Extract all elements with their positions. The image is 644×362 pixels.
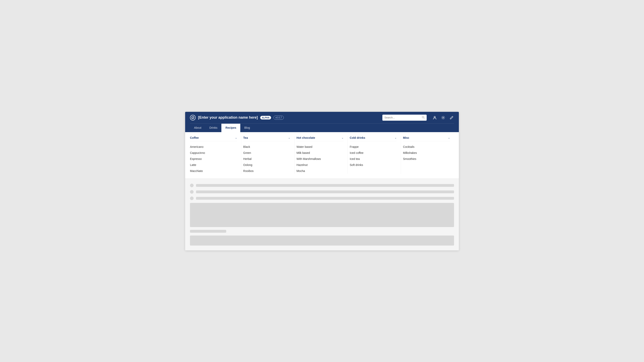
app-header: [Enter your application name here] ALPHA… [185, 112, 459, 132]
app-title: [Enter your application name here] [198, 115, 258, 120]
col-coffee-items: Americano Cappucinno Espresso Latte Macc… [190, 144, 237, 174]
col-cold-drinks-header[interactable]: Cold drinks [350, 136, 365, 139]
skeleton-circle-1 [190, 184, 194, 187]
col-hot-chocolate-items: Water based Milk based With Marshmallows… [296, 144, 344, 174]
skeleton-circle-3 [190, 196, 194, 200]
edit-icon-button[interactable] [449, 115, 454, 120]
dropdown-menu: Coffee ⌄ Americano Cappucinno Espresso L… [185, 132, 459, 179]
col-misc: Misc ⌄ Cocktails Milkshakes Smoothies [401, 136, 454, 174]
header-icons [432, 115, 454, 120]
nav-about[interactable]: About [190, 124, 206, 132]
nav-recipes[interactable]: Recipes [222, 124, 240, 132]
item-green[interactable]: Green [243, 150, 290, 156]
col-tea-chevron[interactable]: ⌄ [288, 136, 290, 139]
skeleton-circle-2 [190, 190, 194, 194]
col-hot-chocolate-header[interactable]: Hot chocolate [296, 136, 315, 139]
col-cold-drinks: Cold drinks ⌄ Frappe Iced coffee Iced te… [348, 136, 401, 174]
alpha-badge: ALPHA [260, 116, 271, 119]
item-black[interactable]: Black [243, 144, 290, 150]
user-icon-button[interactable] [432, 115, 437, 120]
skeleton-row-1 [190, 184, 454, 187]
nav-bar: About Drinks Recipes Blog [190, 123, 454, 132]
item-milkshakes[interactable]: Milkshakes [403, 150, 450, 156]
item-hazelnut[interactable]: Hazelnut [296, 162, 344, 168]
col-hot-chocolate-chevron[interactable]: ⌄ [342, 136, 344, 139]
col-misc-items: Cocktails Milkshakes Smoothies [403, 144, 450, 162]
skeleton-line-2 [196, 190, 454, 193]
item-iced-coffee[interactable]: Iced coffee [350, 150, 397, 156]
col-tea-header[interactable]: Tea [243, 136, 248, 139]
item-macchiato[interactable]: Macchiato [190, 168, 237, 174]
item-with-marshmallows[interactable]: With Marshmallows [296, 156, 344, 162]
logo-icon [190, 115, 196, 120]
svg-line-1 [192, 117, 194, 119]
version-badge: v0.0.7 [274, 116, 284, 120]
item-milk-based[interactable]: Milk based [296, 150, 344, 156]
nav-drinks[interactable]: Drinks [206, 124, 222, 132]
col-coffee-header[interactable]: Coffee [190, 136, 199, 139]
item-iced-tea[interactable]: Iced tea [350, 156, 397, 162]
item-rooibos[interactable]: Rooibos [243, 168, 290, 174]
search-box[interactable] [382, 115, 427, 121]
col-misc-chevron[interactable]: ⌄ [448, 136, 450, 139]
col-cold-drinks-items: Frappe Iced coffee Iced tea Soft drinks [350, 144, 397, 168]
item-smoothies[interactable]: Smoothies [403, 156, 450, 162]
col-tea: Tea ⌄ Black Green Herbal Oolong Rooibos [241, 136, 295, 174]
item-cocktails[interactable]: Cocktails [403, 144, 450, 150]
item-espresso[interactable]: Espresso [190, 156, 237, 162]
skeleton-row-2 [190, 190, 454, 194]
search-input[interactable] [384, 116, 420, 119]
item-frappe[interactable]: Frappe [350, 144, 397, 150]
svg-point-5 [443, 117, 444, 118]
col-hot-chocolate: Hot chocolate ⌄ Water based Milk based W… [294, 136, 348, 174]
skeleton-line-1 [196, 184, 454, 187]
skeleton-row-3 [190, 196, 454, 200]
settings-icon-button[interactable] [441, 115, 446, 120]
skeleton-line-3 [196, 197, 454, 200]
item-latte[interactable]: Latte [190, 162, 237, 168]
item-americano[interactable]: Americano [190, 144, 237, 150]
search-icon [422, 116, 425, 119]
col-cold-drinks-chevron[interactable]: ⌄ [395, 136, 397, 139]
item-oolong[interactable]: Oolong [243, 162, 290, 168]
col-tea-items: Black Green Herbal Oolong Rooibos [243, 144, 290, 174]
col-coffee: Coffee ⌄ Americano Cappucinno Espresso L… [190, 136, 241, 174]
item-water-based[interactable]: Water based [296, 144, 344, 150]
nav-blog[interactable]: Blog [240, 124, 254, 132]
col-coffee-chevron[interactable]: ⌄ [235, 136, 237, 139]
skeleton-bottom-block [190, 236, 454, 246]
item-mocha[interactable]: Mocha [296, 168, 344, 174]
svg-point-4 [434, 116, 436, 118]
svg-line-3 [424, 118, 425, 118]
item-cappucinno[interactable]: Cappucinno [190, 150, 237, 156]
item-soft-drinks[interactable]: Soft drinks [350, 162, 397, 168]
col-misc-header[interactable]: Misc [403, 136, 409, 139]
app-window: [Enter your application name here] ALPHA… [185, 112, 459, 250]
skeleton-loading-area [185, 179, 459, 250]
skeleton-block-main [190, 203, 454, 227]
skeleton-short-line [190, 230, 226, 233]
dropdown-columns: Coffee ⌄ Americano Cappucinno Espresso L… [190, 136, 454, 174]
item-herbal[interactable]: Herbal [243, 156, 290, 162]
